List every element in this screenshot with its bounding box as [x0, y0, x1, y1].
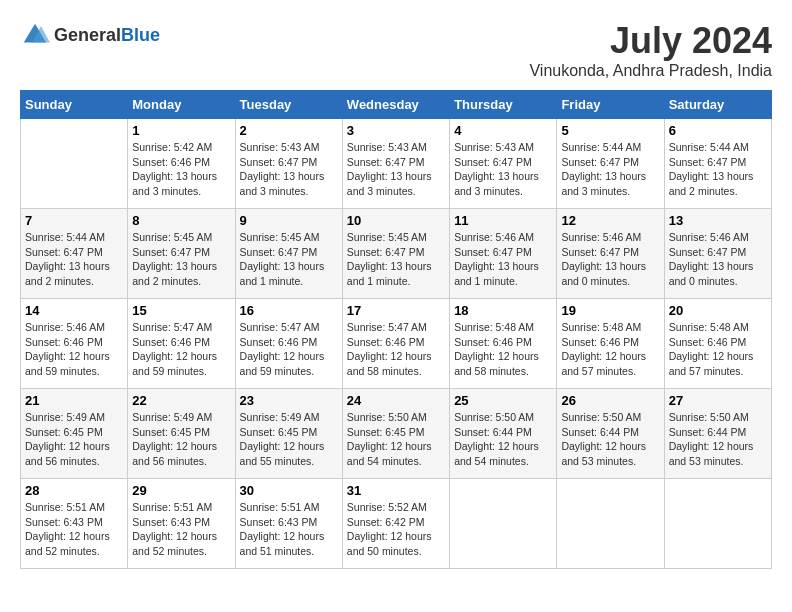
calendar-cell: 6Sunrise: 5:44 AMSunset: 6:47 PMDaylight… [664, 119, 771, 209]
calendar-cell: 10Sunrise: 5:45 AMSunset: 6:47 PMDayligh… [342, 209, 449, 299]
day-number: 25 [454, 393, 552, 408]
week-row-5: 28Sunrise: 5:51 AMSunset: 6:43 PMDayligh… [21, 479, 772, 569]
calendar-table: SundayMondayTuesdayWednesdayThursdayFrid… [20, 90, 772, 569]
day-number: 17 [347, 303, 445, 318]
calendar-cell: 28Sunrise: 5:51 AMSunset: 6:43 PMDayligh… [21, 479, 128, 569]
calendar-cell: 3Sunrise: 5:43 AMSunset: 6:47 PMDaylight… [342, 119, 449, 209]
day-number: 5 [561, 123, 659, 138]
day-number: 21 [25, 393, 123, 408]
calendar-cell: 17Sunrise: 5:47 AMSunset: 6:46 PMDayligh… [342, 299, 449, 389]
calendar-cell: 12Sunrise: 5:46 AMSunset: 6:47 PMDayligh… [557, 209, 664, 299]
week-row-1: 1Sunrise: 5:42 AMSunset: 6:46 PMDaylight… [21, 119, 772, 209]
day-number: 20 [669, 303, 767, 318]
calendar-cell: 5Sunrise: 5:44 AMSunset: 6:47 PMDaylight… [557, 119, 664, 209]
week-row-4: 21Sunrise: 5:49 AMSunset: 6:45 PMDayligh… [21, 389, 772, 479]
day-number: 15 [132, 303, 230, 318]
calendar-cell [450, 479, 557, 569]
week-row-3: 14Sunrise: 5:46 AMSunset: 6:46 PMDayligh… [21, 299, 772, 389]
day-number: 12 [561, 213, 659, 228]
day-number: 24 [347, 393, 445, 408]
day-info: Sunrise: 5:43 AMSunset: 6:47 PMDaylight:… [454, 140, 552, 199]
calendar-cell: 11Sunrise: 5:46 AMSunset: 6:47 PMDayligh… [450, 209, 557, 299]
calendar-cell: 31Sunrise: 5:52 AMSunset: 6:42 PMDayligh… [342, 479, 449, 569]
calendar-cell: 23Sunrise: 5:49 AMSunset: 6:45 PMDayligh… [235, 389, 342, 479]
day-info: Sunrise: 5:46 AMSunset: 6:47 PMDaylight:… [454, 230, 552, 289]
weekday-header-thursday: Thursday [450, 91, 557, 119]
calendar-cell: 8Sunrise: 5:45 AMSunset: 6:47 PMDaylight… [128, 209, 235, 299]
calendar-location: Vinukonda, Andhra Pradesh, India [529, 62, 772, 80]
calendar-cell: 18Sunrise: 5:48 AMSunset: 6:46 PMDayligh… [450, 299, 557, 389]
weekday-header-wednesday: Wednesday [342, 91, 449, 119]
day-number: 4 [454, 123, 552, 138]
day-number: 3 [347, 123, 445, 138]
calendar-cell: 9Sunrise: 5:45 AMSunset: 6:47 PMDaylight… [235, 209, 342, 299]
logo-blue: Blue [121, 25, 160, 45]
day-info: Sunrise: 5:49 AMSunset: 6:45 PMDaylight:… [240, 410, 338, 469]
calendar-cell: 27Sunrise: 5:50 AMSunset: 6:44 PMDayligh… [664, 389, 771, 479]
day-info: Sunrise: 5:43 AMSunset: 6:47 PMDaylight:… [240, 140, 338, 199]
day-number: 9 [240, 213, 338, 228]
calendar-cell: 4Sunrise: 5:43 AMSunset: 6:47 PMDaylight… [450, 119, 557, 209]
calendar-cell: 24Sunrise: 5:50 AMSunset: 6:45 PMDayligh… [342, 389, 449, 479]
day-info: Sunrise: 5:44 AMSunset: 6:47 PMDaylight:… [25, 230, 123, 289]
day-number: 8 [132, 213, 230, 228]
calendar-cell: 25Sunrise: 5:50 AMSunset: 6:44 PMDayligh… [450, 389, 557, 479]
day-info: Sunrise: 5:46 AMSunset: 6:47 PMDaylight:… [561, 230, 659, 289]
day-info: Sunrise: 5:42 AMSunset: 6:46 PMDaylight:… [132, 140, 230, 199]
week-row-2: 7Sunrise: 5:44 AMSunset: 6:47 PMDaylight… [21, 209, 772, 299]
day-number: 1 [132, 123, 230, 138]
calendar-cell: 26Sunrise: 5:50 AMSunset: 6:44 PMDayligh… [557, 389, 664, 479]
day-number: 16 [240, 303, 338, 318]
day-info: Sunrise: 5:48 AMSunset: 6:46 PMDaylight:… [454, 320, 552, 379]
day-number: 29 [132, 483, 230, 498]
day-info: Sunrise: 5:46 AMSunset: 6:47 PMDaylight:… [669, 230, 767, 289]
calendar-cell: 15Sunrise: 5:47 AMSunset: 6:46 PMDayligh… [128, 299, 235, 389]
day-info: Sunrise: 5:47 AMSunset: 6:46 PMDaylight:… [240, 320, 338, 379]
day-info: Sunrise: 5:45 AMSunset: 6:47 PMDaylight:… [347, 230, 445, 289]
calendar-cell: 13Sunrise: 5:46 AMSunset: 6:47 PMDayligh… [664, 209, 771, 299]
page-header: GeneralBlue July 2024 Vinukonda, Andhra … [20, 20, 772, 80]
day-number: 26 [561, 393, 659, 408]
day-info: Sunrise: 5:52 AMSunset: 6:42 PMDaylight:… [347, 500, 445, 559]
calendar-cell: 16Sunrise: 5:47 AMSunset: 6:46 PMDayligh… [235, 299, 342, 389]
calendar-title: July 2024 [529, 20, 772, 62]
logo: GeneralBlue [20, 20, 160, 50]
day-info: Sunrise: 5:50 AMSunset: 6:44 PMDaylight:… [561, 410, 659, 469]
day-info: Sunrise: 5:45 AMSunset: 6:47 PMDaylight:… [132, 230, 230, 289]
day-number: 27 [669, 393, 767, 408]
calendar-cell: 30Sunrise: 5:51 AMSunset: 6:43 PMDayligh… [235, 479, 342, 569]
day-number: 11 [454, 213, 552, 228]
day-info: Sunrise: 5:43 AMSunset: 6:47 PMDaylight:… [347, 140, 445, 199]
day-info: Sunrise: 5:48 AMSunset: 6:46 PMDaylight:… [669, 320, 767, 379]
day-number: 22 [132, 393, 230, 408]
day-number: 18 [454, 303, 552, 318]
weekday-header-monday: Monday [128, 91, 235, 119]
calendar-cell: 1Sunrise: 5:42 AMSunset: 6:46 PMDaylight… [128, 119, 235, 209]
day-info: Sunrise: 5:50 AMSunset: 6:45 PMDaylight:… [347, 410, 445, 469]
day-number: 19 [561, 303, 659, 318]
weekday-header-row: SundayMondayTuesdayWednesdayThursdayFrid… [21, 91, 772, 119]
calendar-cell [21, 119, 128, 209]
calendar-cell [557, 479, 664, 569]
calendar-cell: 29Sunrise: 5:51 AMSunset: 6:43 PMDayligh… [128, 479, 235, 569]
logo-icon [20, 20, 50, 50]
day-info: Sunrise: 5:51 AMSunset: 6:43 PMDaylight:… [25, 500, 123, 559]
day-info: Sunrise: 5:44 AMSunset: 6:47 PMDaylight:… [669, 140, 767, 199]
day-number: 14 [25, 303, 123, 318]
day-info: Sunrise: 5:46 AMSunset: 6:46 PMDaylight:… [25, 320, 123, 379]
calendar-cell [664, 479, 771, 569]
day-info: Sunrise: 5:51 AMSunset: 6:43 PMDaylight:… [132, 500, 230, 559]
day-info: Sunrise: 5:49 AMSunset: 6:45 PMDaylight:… [132, 410, 230, 469]
day-info: Sunrise: 5:47 AMSunset: 6:46 PMDaylight:… [132, 320, 230, 379]
day-info: Sunrise: 5:47 AMSunset: 6:46 PMDaylight:… [347, 320, 445, 379]
calendar-cell: 19Sunrise: 5:48 AMSunset: 6:46 PMDayligh… [557, 299, 664, 389]
day-info: Sunrise: 5:49 AMSunset: 6:45 PMDaylight:… [25, 410, 123, 469]
day-number: 6 [669, 123, 767, 138]
title-block: July 2024 Vinukonda, Andhra Pradesh, Ind… [529, 20, 772, 80]
logo-general: General [54, 25, 121, 45]
day-info: Sunrise: 5:50 AMSunset: 6:44 PMDaylight:… [669, 410, 767, 469]
calendar-cell: 22Sunrise: 5:49 AMSunset: 6:45 PMDayligh… [128, 389, 235, 479]
weekday-header-tuesday: Tuesday [235, 91, 342, 119]
day-info: Sunrise: 5:44 AMSunset: 6:47 PMDaylight:… [561, 140, 659, 199]
calendar-cell: 20Sunrise: 5:48 AMSunset: 6:46 PMDayligh… [664, 299, 771, 389]
